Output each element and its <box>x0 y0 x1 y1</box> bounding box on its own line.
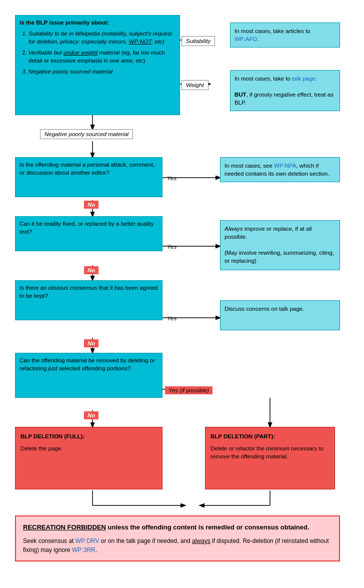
fix-yes-label: Yes <box>165 243 178 251</box>
remove-yes-label: Yes (if possible) <box>165 386 212 394</box>
personal-attack-result-text: In most cases, see WP:NPA, which if need… <box>224 163 330 177</box>
blp-question-box: Is the BLP issue primarily about: Suitab… <box>15 15 180 115</box>
remove-question-box: Can the offending material be removed by… <box>15 353 162 398</box>
personal-attack-no-label: No <box>84 201 98 209</box>
fix-result-text: Always improve or replace, if at all pos… <box>224 226 334 264</box>
remove-question-text: Can the offending material be removed by… <box>20 357 155 371</box>
recreation-forbidden-title: RECREATION FORBIDDEN <box>23 523 106 531</box>
weight-result-text: In most cases, take to talk page.BUT, if… <box>234 76 334 106</box>
blp-full-box: BLP DELETION (FULL): Delete the page. <box>15 427 162 489</box>
fix-result-box: Always improve or replace, if at all pos… <box>220 220 340 270</box>
suitability-result-text: In most cases, take articles to WP:AFD. <box>234 28 310 42</box>
personal-attack-yes-label: Yes <box>165 174 178 182</box>
fix-question-box: Can it be readily fixed, or replaced by … <box>15 216 162 251</box>
seek-consensus-text: Seek consensus at WP:DRV or on the talk … <box>23 536 332 554</box>
recreation-forbidden-banner: RECREATION FORBIDDEN unless the offendin… <box>15 515 340 561</box>
consensus-yes-label: Yes <box>165 314 178 322</box>
suitability-label: Suitability <box>182 36 215 46</box>
personal-attack-text: Is the offending material a personal att… <box>20 162 154 176</box>
blp-full-title: BLP DELETION (FULL): <box>20 432 157 440</box>
recreation-title-line: RECREATION FORBIDDEN unless the offendin… <box>23 522 332 532</box>
blp-part-title: BLP DELETION (PART): <box>210 432 330 440</box>
fix-question-text: Can it be readily fixed, or replaced by … <box>20 221 154 235</box>
consensus-question-text: Is there an obvious consensus that it ha… <box>20 285 158 299</box>
weight-label: Weight <box>182 80 208 90</box>
fix-no-label: No <box>84 266 98 274</box>
personal-attack-question-box: Is the offending material a personal att… <box>15 157 162 197</box>
blp-list-item-1: Suitability to be in Wikipedia (notabili… <box>28 30 176 46</box>
blp-part-box: BLP DELETION (PART): Delete or refactor … <box>205 427 335 489</box>
blp-list-item-3: Negative poorly sourced material <box>28 68 176 76</box>
suitability-result-box: In most cases, take articles to WP:AFD. <box>230 23 340 48</box>
blp-question-title: Is the BLP issue primarily about: <box>20 19 176 27</box>
recreation-forbidden-text: unless the offending content is remedied… <box>108 523 310 531</box>
consensus-result-text: Discuss concerns on talk page. <box>224 306 304 312</box>
blp-full-body: Delete the page. <box>20 444 157 452</box>
consensus-question-box: Is there an obvious consensus that it ha… <box>15 280 162 320</box>
neg-poorly-label: Negative poorly sourced material <box>40 129 133 139</box>
consensus-result-box: Discuss concerns on talk page. <box>220 300 340 330</box>
personal-attack-result-box: In most cases, see WP:NPA, which if need… <box>220 157 340 182</box>
consensus-no-label: No <box>84 339 98 347</box>
remove-no-label: No <box>84 411 98 419</box>
weight-result-box: In most cases, take to talk page.BUT, if… <box>230 70 340 111</box>
blp-list-item-2: Verifiable but undue weight material (eg… <box>28 49 176 65</box>
blp-part-body: Delete or refactor the minimum necessary… <box>210 444 330 460</box>
